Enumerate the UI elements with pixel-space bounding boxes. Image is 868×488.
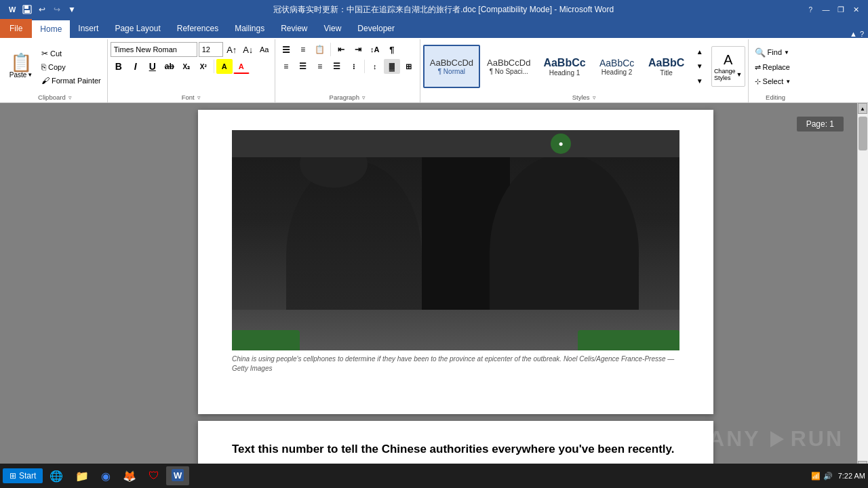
subway-bg: ●: [232, 130, 679, 350]
change-styles-btn[interactable]: A ChangeStyles ▼: [711, 46, 745, 87]
superscript-btn[interactable]: X²: [195, 59, 212, 74]
style-title-preview: AaBbC: [648, 57, 684, 69]
shading-btn[interactable]: ▓: [384, 59, 400, 74]
style-no-spacing[interactable]: AaBbCcDd ¶ No Spaci...: [481, 45, 536, 88]
editing-group: 🔍 Find ▼ ⇌ Replace ⊹ Select ▼ Editing: [749, 39, 803, 102]
minimize-btn[interactable]: —: [819, 3, 833, 16]
replace-icon: ⇌: [755, 63, 761, 72]
font-size-input[interactable]: [199, 42, 223, 57]
help-icon[interactable]: ?: [808, 6, 812, 14]
font-name-input[interactable]: [111, 42, 197, 57]
tab-mailings[interactable]: Mailings: [226, 19, 273, 38]
font-row1: A↑ A↓ Aa: [111, 42, 272, 57]
paste-button[interactable]: 📋 Paste ▼: [5, 45, 37, 86]
font-group: A↑ A↓ Aa B I U ab X₂ X² A A Font: [108, 39, 275, 102]
strikethrough-btn[interactable]: ab: [161, 59, 178, 74]
find-button[interactable]: 🔍 Find ▼: [751, 45, 793, 60]
ribbon-tabs: File Home Insert Page Layout References …: [0, 19, 868, 38]
restore-btn[interactable]: ❐: [834, 3, 848, 16]
decrease-indent-btn[interactable]: ⇤: [333, 42, 349, 57]
vertical-scrollbar[interactable]: ▲ ▼: [857, 103, 868, 472]
help-btn[interactable]: ?: [860, 30, 864, 38]
copy-button[interactable]: ⎘ Copy: [38, 60, 104, 74]
cut-button[interactable]: ✂ Cut: [38, 47, 104, 60]
line-spacing-btn[interactable]: ↕: [367, 59, 383, 74]
redo-btn[interactable]: ↪: [50, 3, 64, 16]
grow-font-btn[interactable]: A↑: [224, 42, 239, 57]
taskbar-chrome[interactable]: ◉: [96, 467, 116, 485]
font-row2: B I U ab X₂ X² A A: [111, 59, 250, 74]
columns-btn[interactable]: ⫶: [346, 59, 362, 74]
tab-developer[interactable]: Developer: [349, 19, 403, 38]
tab-references[interactable]: References: [169, 19, 226, 38]
clear-format-btn[interactable]: Aa: [257, 42, 272, 57]
tab-page-layout[interactable]: Page Layout: [106, 19, 168, 38]
svg-marker-5: [770, 431, 784, 447]
align-right-btn[interactable]: ≡: [312, 59, 328, 74]
style-no-spacing-label: ¶ No Spaci...: [490, 68, 528, 75]
increase-indent-btn[interactable]: ⇥: [350, 42, 366, 57]
firefox-icon: 🦊: [123, 470, 136, 483]
page1-bottom-space: [232, 373, 679, 401]
style-title-label: Title: [660, 69, 673, 77]
title-bar: W ↩ ↪ ▼ 冠状病毒实时更新：中国正在追踪来自湖北的旅行者.doc [Com…: [0, 0, 868, 19]
align-left-btn[interactable]: ≡: [278, 59, 294, 74]
close-btn[interactable]: ✕: [849, 3, 863, 16]
quick-access-dropdown[interactable]: ▼: [65, 3, 79, 16]
paragraph-expand[interactable]: ▿: [362, 94, 366, 101]
tab-home[interactable]: Home: [32, 19, 70, 38]
scroll-thumb[interactable]: [859, 117, 867, 150]
format-painter-button[interactable]: 🖌 Format Painter: [38, 74, 104, 87]
clipboard-group-body: 📋 Paste ▼ ✂ Cut ⎘ Copy: [5, 41, 104, 92]
show-formatting-btn[interactable]: ¶: [384, 42, 400, 57]
styles-more[interactable]: ▼: [692, 75, 708, 87]
clipboard-group: 📋 Paste ▼ ✂ Cut ⎘ Copy: [3, 39, 108, 102]
document-image: ●: [232, 130, 679, 350]
numbering-btn[interactable]: ≡: [295, 42, 311, 57]
shrink-font-btn[interactable]: A↓: [241, 42, 256, 57]
styles-scroll-down[interactable]: ▼: [692, 60, 708, 73]
underline-btn[interactable]: U: [144, 59, 161, 74]
styles-scroll-up[interactable]: ▲: [692, 45, 708, 58]
style-heading1[interactable]: AaBbCc Heading 1: [537, 45, 591, 88]
pages-container[interactable]: ● China is using people's cellphones to …: [54, 103, 857, 472]
tab-file[interactable]: File: [0, 19, 32, 38]
borders-btn[interactable]: ⊞: [401, 59, 417, 74]
bold-btn[interactable]: B: [111, 59, 127, 74]
explorer-icon: 📁: [75, 470, 89, 483]
collapse-ribbon-btn[interactable]: ▲: [850, 30, 857, 38]
style-heading2[interactable]: AaBbCc Heading 2: [593, 45, 642, 88]
start-button[interactable]: ⊞ Start: [3, 468, 43, 483]
style-normal[interactable]: AaBbCcDd ¶ Normal: [423, 45, 480, 88]
sort-btn[interactable]: ↕A: [367, 42, 383, 57]
taskbar-explorer[interactable]: 📁: [70, 467, 94, 485]
tab-view[interactable]: View: [316, 19, 350, 38]
taskbar-word[interactable]: W: [166, 466, 189, 485]
tab-review[interactable]: Review: [273, 19, 315, 38]
save-quick-btn[interactable]: [20, 3, 34, 16]
align-center-btn[interactable]: ☰: [295, 59, 311, 74]
taskbar-right: 📶 🔊 7:22 AM: [811, 472, 865, 481]
styles-expand[interactable]: ▿: [593, 94, 596, 101]
tab-insert[interactable]: Insert: [70, 19, 106, 38]
font-expand[interactable]: ▿: [197, 94, 201, 101]
bullets-btn[interactable]: ☰: [278, 42, 294, 57]
taskbar-defender[interactable]: 🛡: [143, 467, 165, 485]
text-highlight-btn[interactable]: A: [216, 59, 233, 74]
replace-button[interactable]: ⇌ Replace: [751, 61, 793, 74]
clipboard-expand[interactable]: ▿: [68, 94, 72, 101]
style-title[interactable]: AaBbC Title: [642, 45, 691, 88]
font-color-btn[interactable]: A: [233, 59, 250, 74]
multilevel-list-btn[interactable]: 📋: [312, 42, 328, 57]
scroll-up-btn[interactable]: ▲: [858, 103, 867, 114]
editing-group-body: 🔍 Find ▼ ⇌ Replace ⊹ Select ▼: [751, 41, 800, 92]
justify-btn[interactable]: ☰: [329, 59, 345, 74]
italic-btn[interactable]: I: [127, 59, 144, 74]
undo-btn[interactable]: ↩: [35, 3, 49, 16]
select-button[interactable]: ⊹ Select ▼: [751, 75, 795, 88]
subscript-btn[interactable]: X₂: [178, 59, 195, 74]
style-normal-preview: AaBbCcDd: [430, 58, 473, 68]
taskbar-firefox[interactable]: 🦊: [117, 467, 142, 485]
defender-icon: 🛡: [149, 470, 159, 482]
taskbar-ie[interactable]: 🌐: [44, 467, 68, 485]
